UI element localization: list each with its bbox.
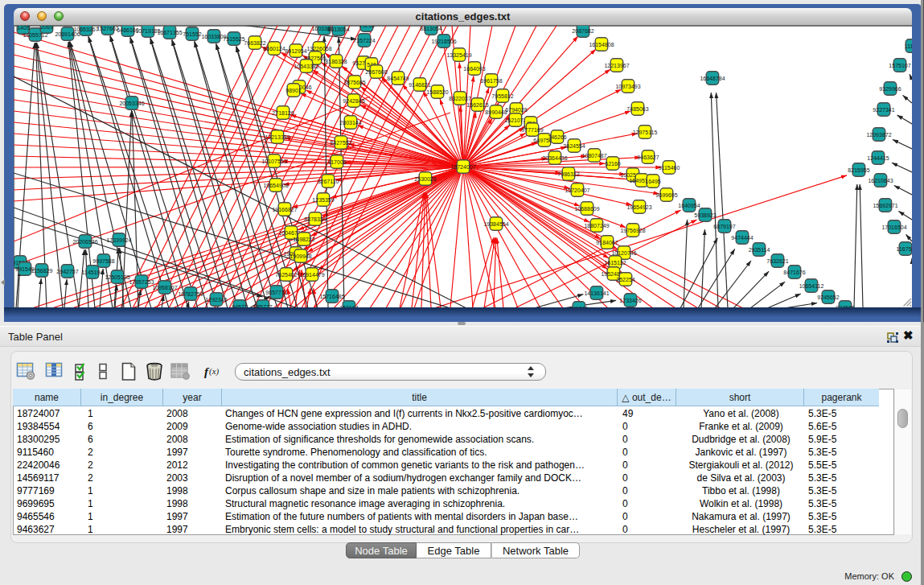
svg-text:6794028: 6794028 [505, 107, 527, 113]
svg-text:12975115: 12975115 [633, 130, 658, 135]
svg-text:20053346: 20053346 [119, 101, 144, 106]
svg-text:7515525: 7515525 [223, 36, 244, 42]
svg-text:2530026: 2530026 [414, 176, 436, 182]
svg-text:17016504: 17016504 [881, 225, 906, 230]
svg-text:1733426: 1733426 [619, 298, 641, 303]
svg-text:20364436: 20364436 [542, 155, 567, 161]
svg-text:7663822: 7663822 [244, 40, 265, 46]
svg-text:16154808: 16154808 [589, 42, 614, 47]
svg-text:10688609: 10688609 [574, 206, 599, 212]
svg-text:1498222: 1498222 [293, 237, 314, 242]
svg-text:19654908: 19654908 [263, 183, 288, 188]
svg-text:1235359: 1235359 [312, 197, 334, 203]
svg-text:9474444: 9474444 [731, 235, 753, 241]
svg-text:7632621: 7632621 [766, 258, 788, 264]
svg-text:16648784: 16648784 [700, 76, 725, 81]
svg-text:7986322: 7986322 [557, 171, 579, 177]
svg-text:1527602: 1527602 [97, 26, 118, 31]
svg-text:8427552: 8427552 [330, 140, 351, 146]
svg-text:62160: 62160 [605, 161, 621, 167]
svg-text:1615132: 1615132 [604, 260, 626, 266]
svg-text:7485063: 7485063 [626, 106, 648, 112]
svg-text:10120746: 10120746 [611, 250, 636, 256]
svg-text:2867608: 2867608 [365, 69, 387, 75]
svg-text:10807487: 10807487 [581, 153, 606, 159]
svg-text:20206536: 20206536 [72, 239, 97, 245]
svg-text:19654923: 19654923 [626, 204, 651, 210]
svg-text:9997588: 9997588 [92, 258, 114, 264]
svg-text:1562615: 1562615 [466, 102, 488, 108]
svg-text:924565: 924565 [836, 305, 854, 307]
svg-text:9699695: 9699695 [655, 192, 677, 198]
svg-text:1156829: 1156829 [31, 268, 53, 274]
svg-text:1640954: 1640954 [678, 203, 700, 208]
svg-text:5938923: 5938923 [694, 212, 716, 218]
svg-text:17339924: 17339924 [106, 237, 131, 243]
svg-text:15692971: 15692971 [873, 203, 897, 208]
svg-text:18807249: 18807249 [584, 223, 609, 229]
svg-text:12505135: 12505135 [105, 274, 129, 280]
svg-text:8186328: 8186328 [325, 59, 347, 64]
svg-text:10653267: 10653267 [73, 27, 98, 32]
svg-text:12213967: 12213967 [604, 63, 629, 68]
svg-text:8471676: 8471676 [783, 270, 805, 275]
svg-text:2803144: 2803144 [339, 120, 361, 126]
svg-text:10107553: 10107553 [261, 159, 286, 164]
svg-text:15720407: 15720407 [565, 187, 589, 193]
svg-text:16671355: 16671355 [157, 30, 182, 35]
svg-text:2942757: 2942757 [56, 269, 78, 274]
svg-text:9857771: 9857771 [265, 290, 287, 295]
svg-text:16782759: 16782759 [178, 291, 203, 297]
svg-text:2069: 2069 [40, 26, 53, 30]
svg-text:157164: 157164 [339, 305, 358, 307]
svg-text:16914479: 16914479 [299, 272, 324, 278]
svg-text:1145194: 1145194 [82, 270, 104, 275]
svg-text:2718126: 2718126 [272, 110, 294, 116]
svg-text:10543382: 10543382 [294, 64, 318, 69]
svg-text:16495: 16495 [645, 179, 661, 184]
svg-text:15716485: 15716485 [319, 294, 344, 299]
svg-text:7357224: 7357224 [353, 38, 375, 43]
svg-text:9245652: 9245652 [817, 295, 839, 300]
svg-text:9115460: 9115460 [659, 165, 680, 171]
svg-text:12093872: 12093872 [866, 132, 891, 138]
svg-text:8215955: 8215955 [848, 167, 869, 173]
svg-text:9242845: 9242845 [343, 98, 364, 104]
svg-text:8267110: 8267110 [318, 179, 339, 184]
svg-text:17957253: 17957253 [129, 279, 154, 285]
svg-text:7955812: 7955812 [491, 93, 513, 99]
svg-text:1575107: 1575107 [889, 63, 910, 68]
svg-text:8660124: 8660124 [263, 46, 285, 51]
svg-text:10958107: 10958107 [152, 285, 177, 290]
svg-text:8878334: 8878334 [304, 216, 326, 222]
svg-text:10973493: 10973493 [615, 84, 640, 89]
svg-text:9184067: 9184067 [596, 240, 618, 245]
svg-text:9227341: 9227341 [873, 107, 894, 113]
svg-text:12213389: 12213389 [265, 134, 290, 140]
svg-text:746266: 746266 [548, 134, 566, 140]
svg-text:1244415: 1244415 [867, 155, 889, 161]
svg-text:19166827: 19166827 [272, 207, 297, 212]
svg-text:8813054: 8813054 [420, 26, 441, 31]
svg-text:9329966: 9329966 [879, 86, 901, 92]
svg-text:98901: 98901 [285, 88, 302, 93]
svg-text:19218506: 19218506 [431, 39, 456, 44]
svg-text:11125: 11125 [905, 43, 912, 49]
svg-text:13325419: 13325419 [446, 52, 471, 58]
svg-text:10654112: 10654112 [799, 283, 824, 289]
svg-text:2087682: 2087682 [572, 28, 593, 34]
svg-text:9777169: 9777169 [521, 127, 543, 133]
svg-text:8912954: 8912954 [285, 48, 306, 54]
svg-text:19218: 19218 [359, 26, 375, 28]
svg-text:751552: 751552 [183, 31, 201, 37]
svg-text:(x): (x) [209, 366, 220, 377]
svg-text:1621072: 1621072 [504, 117, 526, 123]
svg-text:20691406: 20691406 [55, 31, 80, 37]
svg-text:94577: 94577 [232, 304, 248, 307]
svg-text:8454749: 8454749 [387, 76, 409, 81]
svg-text:985777: 985777 [253, 304, 272, 307]
svg-text:1405: 1405 [17, 26, 30, 31]
svg-text:3624554: 3624554 [563, 143, 585, 149]
svg-text:9146821: 9146821 [409, 82, 430, 88]
svg-text:19756928: 19756928 [620, 228, 645, 233]
